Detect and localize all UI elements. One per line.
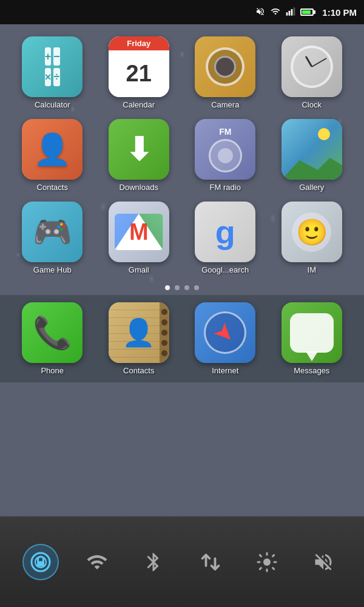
app-fmradio[interactable]: FM FM radio — [185, 119, 266, 192]
app-googlesearch-label: Googl...earch — [201, 265, 249, 274]
gamehub-controller-icon: 🎮 — [33, 214, 72, 251]
fm-text-label: FM — [219, 127, 231, 137]
page-dot-1[interactable] — [165, 285, 170, 290]
screen-lock-button[interactable] — [22, 544, 59, 580]
dock-messages-label: Messages — [294, 366, 329, 375]
downloads-arrow-icon: ⬇ — [126, 131, 152, 168]
app-calendar-label: Calendar — [123, 100, 155, 109]
app-camera-label: Camera — [211, 100, 239, 109]
dock-contacts[interactable]: 👤 Contacts — [99, 302, 180, 375]
app-gmail[interactable]: M Gmail — [99, 202, 180, 274]
status-time: 1:10 PM — [322, 7, 357, 18]
wallpaper: + − × ÷ Calculator Friday 21 Calendar — [0, 24, 364, 516]
app-fmradio-label: FM radio — [210, 183, 241, 192]
brightness-toggle-button[interactable]: A — [249, 544, 285, 580]
dock-internet[interactable]: ➤ Internet — [185, 302, 266, 375]
app-gamehub-label: Game Hub — [33, 265, 72, 274]
sound-toggle-button[interactable] — [305, 544, 342, 580]
svg-rect-3 — [294, 7, 295, 15]
gmail-envelope-icon: M — [115, 214, 163, 250]
fm-dial-icon — [209, 139, 242, 172]
app-gallery-label: Gallery — [299, 183, 324, 192]
app-clock-label: Clock — [302, 100, 322, 109]
dock-phone-label: Phone — [41, 366, 64, 375]
phone-handset-icon: 📞 — [33, 314, 72, 351]
status-bar: 1:10 PM — [0, 0, 364, 24]
app-clock[interactable]: Clock — [272, 36, 352, 109]
app-im-label: IM — [308, 265, 316, 274]
contacts-notebook-icon: 👤 — [109, 302, 169, 363]
page-dot-3[interactable] — [184, 285, 189, 290]
app-contacts[interactable]: 👤 Contacts — [12, 119, 93, 192]
dock-phone[interactable]: 📞 Phone — [12, 302, 93, 375]
app-contacts-label: Contacts — [37, 183, 68, 192]
app-gamehub[interactable]: 🎮 Game Hub — [12, 202, 93, 274]
page-dot-2[interactable] — [175, 285, 180, 290]
app-downloads-label: Downloads — [120, 183, 158, 192]
app-gmail-label: Gmail — [129, 265, 149, 274]
calendar-day: Friday — [109, 36, 169, 50]
svg-rect-2 — [291, 9, 293, 16]
svg-text:A: A — [264, 559, 268, 565]
svg-rect-6 — [37, 561, 44, 566]
mute-icon — [255, 7, 265, 18]
app-grid: + − × ÷ Calculator Friday 21 Calendar — [0, 24, 364, 280]
bottom-bar: A — [0, 516, 364, 607]
data-transfer-button[interactable] — [192, 544, 229, 580]
signal-icon — [286, 7, 295, 18]
calendar-date: 21 — [109, 50, 169, 97]
messages-bubble-icon — [290, 313, 334, 353]
page-dot-4[interactable] — [194, 285, 199, 290]
app-im[interactable]: 🙂 IM — [272, 202, 352, 274]
app-downloads[interactable]: ⬇ Downloads — [99, 119, 180, 192]
google-g-icon: g — [215, 213, 235, 251]
app-camera[interactable]: Camera — [185, 36, 266, 109]
wifi-toggle-button[interactable] — [79, 544, 115, 580]
wifi-status-icon — [270, 7, 281, 18]
page-dots — [0, 280, 364, 295]
svg-rect-1 — [289, 10, 291, 15]
app-googlesearch[interactable]: g Googl...earch — [185, 202, 266, 274]
gallery-image — [281, 119, 342, 180]
app-gallery[interactable]: Gallery — [272, 119, 352, 192]
app-calculator-label: Calculator — [35, 100, 70, 109]
dock-contacts-label: Contacts — [123, 366, 154, 375]
dock-internet-label: Internet — [212, 366, 238, 375]
bluetooth-toggle-button[interactable] — [135, 544, 172, 580]
app-calculator[interactable]: + − × ÷ Calculator — [12, 36, 93, 109]
compass-icon: ➤ — [204, 311, 246, 354]
app-calendar[interactable]: Friday 21 Calendar — [99, 36, 180, 109]
battery-icon — [300, 8, 314, 16]
svg-rect-0 — [286, 12, 288, 15]
contacts-person-icon: 👤 — [33, 132, 71, 167]
dock: 📞 Phone 👤 Contacts — [0, 295, 364, 382]
dock-messages[interactable]: Messages — [272, 302, 352, 375]
im-smiley-icon: 🙂 — [292, 212, 331, 252]
